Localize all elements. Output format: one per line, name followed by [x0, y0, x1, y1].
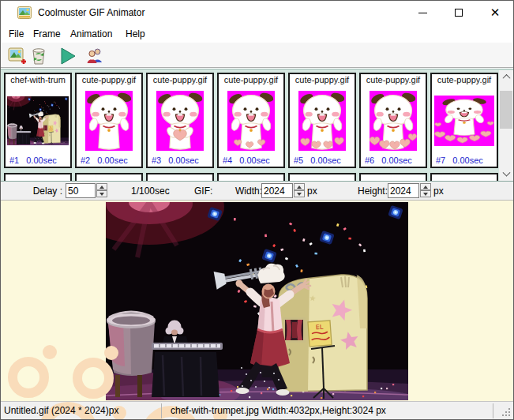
accounts-button[interactable]: [84, 46, 105, 66]
frame-number: #2: [81, 156, 90, 165]
delete-frames-button[interactable]: [28, 46, 49, 66]
frame-card-partial[interactable]: [4, 173, 72, 182]
frame-thumbnail: [290, 87, 355, 155]
svg-text:EL: EL: [315, 324, 324, 332]
frame-filename: cute-puppy.gif: [219, 74, 283, 86]
frame-thumbnail: [219, 87, 283, 155]
chevron-up-icon: [502, 74, 510, 82]
frame-delay: 0.00sec: [97, 156, 128, 165]
trash-recycle-icon: [29, 47, 48, 66]
title-bar: Coolmuster GIF Animator ✕: [1, 1, 513, 24]
frame-number: #3: [152, 156, 161, 165]
add-image-icon: [8, 47, 27, 66]
preview-area: EL: [1, 201, 514, 401]
arrow-up-icon: [99, 186, 104, 189]
svg-text:EL: EL: [50, 126, 51, 127]
filmstrip-scrollbar[interactable]: [499, 70, 513, 182]
resize-grip-icon[interactable]: [501, 408, 511, 418]
toolbar: [1, 43, 513, 68]
status-selection-info: chef-with-trumpet.jpg Width:4032px,Heigh…: [171, 405, 386, 416]
frame-card-partial[interactable]: [75, 173, 143, 182]
frame-thumbnail: [77, 87, 141, 155]
frame-number: #4: [223, 156, 232, 165]
window-title: Coolmuster GIF Animator: [38, 7, 144, 18]
delay-step-up-button[interactable]: [96, 183, 107, 190]
status-separator: [493, 403, 493, 418]
menu-frame[interactable]: Frame: [32, 27, 62, 41]
frame-caption: #40.00sec: [223, 156, 270, 165]
play-preview-button[interactable]: [58, 46, 78, 66]
frame-card-partial[interactable]: [359, 173, 427, 182]
frame-card-partial[interactable]: [430, 173, 498, 182]
frame-delay: 0.00sec: [310, 156, 341, 165]
width-input[interactable]: [261, 183, 293, 198]
frame-delay: 0.00sec: [452, 156, 483, 165]
menu-bar: File Frame Animation Help: [1, 24, 513, 43]
frame-delay: 0.00sec: [239, 156, 270, 165]
app-icon: [17, 6, 32, 19]
frame-filename: cute-puppy.gif: [361, 74, 426, 86]
menu-animation[interactable]: Animation: [69, 27, 114, 41]
frame-card[interactable]: cute-puppy.gif #40.00sec: [217, 73, 285, 168]
arrow-down-icon: [99, 193, 104, 196]
arrow-up-icon: [423, 186, 428, 189]
menu-help[interactable]: Help: [124, 27, 147, 41]
frame-card[interactable]: cute-puppy.gif #70.00sec: [430, 73, 498, 168]
frame-delay: 0.00sec: [381, 156, 412, 165]
frame-card[interactable]: cute-puppy.gif #50.00sec: [288, 73, 356, 168]
app-window: Coolmuster GIF Animator ✕ File Frame Ani…: [0, 0, 514, 420]
frame-thumbnail: [148, 87, 212, 155]
status-document-info: Untitled.gif (2024 * 2024)px: [4, 405, 118, 416]
frame-controls-bar: Delay : 1/100sec GIF: Width: px Height: …: [1, 182, 513, 201]
frame-card[interactable]: chef-with-trum EL: [4, 73, 72, 168]
chevron-down-icon: [502, 169, 510, 177]
arrow-down-icon: [297, 193, 302, 196]
play-icon: [58, 47, 77, 66]
height-label: Height:: [358, 186, 388, 197]
maximize-button[interactable]: [441, 1, 477, 24]
width-unit-label: px: [307, 186, 317, 197]
frame-number: #6: [365, 156, 374, 165]
frame-filename: cute-puppy.gif: [290, 74, 355, 86]
frame-delay: 0.00sec: [168, 156, 199, 165]
minimize-button[interactable]: [404, 1, 441, 24]
frame-thumbnail: [361, 87, 426, 155]
frame-filename: cute-puppy.gif: [432, 74, 497, 86]
height-step-up-button[interactable]: [420, 183, 431, 190]
frame-caption: #10.00sec: [9, 156, 57, 165]
frame-number: #5: [294, 156, 303, 165]
frame-card[interactable]: cute-puppy.gif #60.00sec: [359, 73, 427, 168]
height-step-down-button[interactable]: [420, 190, 431, 197]
width-label: Width:: [235, 186, 262, 197]
users-icon: [85, 47, 104, 66]
frame-caption: #60.00sec: [365, 156, 412, 165]
add-frames-button[interactable]: [7, 46, 28, 66]
frame-caption: #70.00sec: [436, 156, 483, 165]
frame-thumbnail: EL: [6, 87, 70, 155]
frame-filename: cute-puppy.gif: [148, 74, 212, 86]
filmstrip: chef-with-trum EL: [1, 69, 514, 182]
close-button[interactable]: ✕: [477, 1, 513, 24]
scroll-down-button[interactable]: [499, 168, 513, 182]
height-stepper: [420, 183, 431, 198]
scrollbar-thumb[interactable]: [500, 91, 512, 129]
frame-caption: #20.00sec: [81, 156, 128, 165]
frame-card[interactable]: cute-puppy.gif #30.00sec: [146, 73, 214, 168]
maximize-icon: [455, 9, 463, 17]
delay-input[interactable]: [66, 183, 96, 198]
frame-card[interactable]: cute-puppy.gif #20.00sec: [75, 73, 143, 168]
width-step-up-button[interactable]: [294, 183, 305, 190]
status-separator: [161, 403, 162, 418]
scroll-up-button[interactable]: [499, 70, 513, 84]
frame-filename: cute-puppy.gif: [77, 74, 141, 86]
frame-caption: #30.00sec: [152, 156, 199, 165]
frame-caption: #50.00sec: [294, 156, 341, 165]
height-input[interactable]: [388, 183, 419, 198]
frame-card-partial[interactable]: [146, 173, 214, 182]
frame-card-partial[interactable]: [288, 173, 356, 182]
frame-card-partial[interactable]: [217, 173, 285, 182]
width-step-down-button[interactable]: [294, 190, 305, 197]
frame-number: #1: [9, 156, 19, 165]
delay-step-down-button[interactable]: [96, 190, 107, 197]
menu-file[interactable]: File: [7, 27, 25, 41]
